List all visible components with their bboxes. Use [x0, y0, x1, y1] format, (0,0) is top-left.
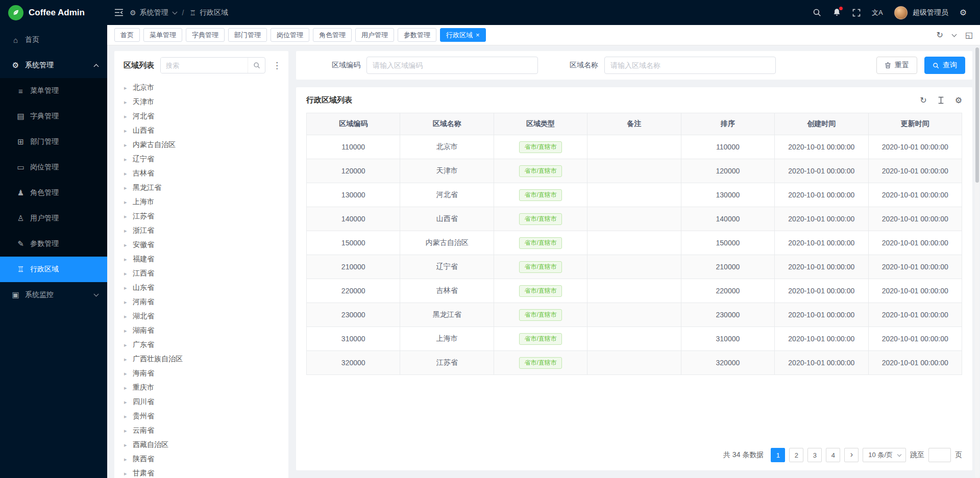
caret-right-icon[interactable]: ▸: [124, 313, 128, 320]
tree-item[interactable]: ▸ 北京市: [114, 81, 288, 95]
tree-item[interactable]: ▸ 云南省: [114, 423, 288, 438]
table-row[interactable]: 140000 山西省 省市/直辖市 140000 2020-10-01 00:0…: [307, 207, 962, 231]
tree-item[interactable]: ▸ 广西壮族自治区: [114, 352, 288, 366]
sidebar-item-monitor[interactable]: ▣ 系统监控: [0, 282, 107, 308]
sidebar-submenu-item[interactable]: ≡ 菜单管理: [0, 78, 107, 104]
tree-item[interactable]: ▸ 浙江省: [114, 223, 288, 238]
caret-right-icon[interactable]: ▸: [124, 85, 128, 91]
table-row[interactable]: 120000 天津市 省市/直辖市 120000 2020-10-01 00:0…: [307, 159, 962, 183]
tree-item[interactable]: ▸ 山东省: [114, 281, 288, 295]
refresh-icon[interactable]: ↻: [920, 96, 926, 105]
tab[interactable]: 用户管理 ×: [355, 28, 394, 42]
breadcrumb-root[interactable]: 系统管理: [140, 8, 168, 17]
app-logo[interactable]: Coffee Admin: [0, 0, 107, 25]
sidebar-submenu-item[interactable]: ♟ 角色管理: [0, 180, 107, 206]
sidebar-item-home[interactable]: ⌂ 首页: [0, 27, 107, 53]
caret-right-icon[interactable]: ▸: [124, 299, 128, 306]
tab[interactable]: 角色管理 ×: [313, 28, 352, 42]
tree-item[interactable]: ▸ 福建省: [114, 252, 288, 266]
row-height-icon[interactable]: [937, 96, 945, 104]
page-number-button[interactable]: 4: [826, 448, 840, 462]
tree-item[interactable]: ▸ 湖南省: [114, 323, 288, 338]
caret-right-icon[interactable]: ▸: [124, 270, 128, 277]
page-number-button[interactable]: 3: [807, 448, 822, 462]
tab[interactable]: 部门管理 ×: [228, 28, 267, 42]
sidebar-submenu-item[interactable]: ⊞ 部门管理: [0, 129, 107, 155]
layout-icon[interactable]: ◱: [965, 31, 973, 39]
table-row[interactable]: 320000 江苏省 省市/直辖市 320000 2020-10-01 00:0…: [307, 351, 962, 375]
table-row[interactable]: 310000 上海市 省市/直辖市 310000 2020-10-01 00:0…: [307, 327, 962, 351]
next-page-button[interactable]: ›: [844, 448, 859, 462]
notification-bell-icon[interactable]: [832, 8, 841, 17]
caret-right-icon[interactable]: ▸: [124, 470, 128, 477]
caret-right-icon[interactable]: ▸: [124, 385, 128, 391]
tree-search-icon[interactable]: [248, 58, 265, 73]
sidebar-submenu-item[interactable]: ▭ 岗位管理: [0, 155, 107, 180]
tree-item[interactable]: ▸ 海南省: [114, 366, 288, 381]
caret-right-icon[interactable]: ▸: [124, 142, 128, 148]
sidebar-submenu-item[interactable]: ♖ 行政区域: [0, 257, 107, 282]
tab[interactable]: 岗位管理 ×: [271, 28, 309, 42]
tree-item[interactable]: ▸ 安徽省: [114, 238, 288, 252]
caret-right-icon[interactable]: ▸: [124, 328, 128, 334]
caret-right-icon[interactable]: ▸: [124, 356, 128, 363]
reset-button[interactable]: 重置: [876, 57, 917, 74]
avatar[interactable]: [894, 6, 908, 19]
sidebar-submenu-item[interactable]: ✎ 参数管理: [0, 231, 107, 257]
tree-search-input[interactable]: [161, 58, 248, 73]
tree-item[interactable]: ▸ 辽宁省: [114, 152, 288, 166]
tab[interactable]: 菜单管理 ×: [143, 28, 182, 42]
tab[interactable]: 首页 ×: [114, 28, 140, 42]
caret-right-icon[interactable]: ▸: [124, 442, 128, 448]
table-row[interactable]: 150000 内蒙古自治区 省市/直辖市 150000 2020-10-01 0…: [307, 231, 962, 255]
caret-right-icon[interactable]: ▸: [124, 185, 128, 191]
caret-right-icon[interactable]: ▸: [124, 399, 128, 406]
tree-item[interactable]: ▸ 陕西省: [114, 452, 288, 466]
tree-item[interactable]: ▸ 西藏自治区: [114, 438, 288, 452]
caret-right-icon[interactable]: ▸: [124, 99, 128, 106]
sidebar-submenu-item[interactable]: ♙ 用户管理: [0, 206, 107, 231]
fullscreen-icon[interactable]: [852, 9, 861, 17]
scrollbar-track[interactable]: [975, 46, 979, 478]
caret-right-icon[interactable]: ▸: [124, 427, 128, 434]
scrollbar-thumb[interactable]: [975, 47, 979, 183]
table-row[interactable]: 210000 辽宁省 省市/直辖市 210000 2020-10-01 00:0…: [307, 255, 962, 279]
tree-item[interactable]: ▸ 河北省: [114, 109, 288, 123]
caret-right-icon[interactable]: ▸: [124, 170, 128, 177]
tab[interactable]: 参数管理 ×: [398, 28, 436, 42]
tree-item[interactable]: ▸ 上海市: [114, 195, 288, 209]
username[interactable]: 超级管理员: [913, 8, 948, 17]
tree-item[interactable]: ▸ 江西省: [114, 266, 288, 281]
tree-item[interactable]: ▸ 重庆市: [114, 381, 288, 395]
page-number-button[interactable]: 2: [789, 448, 803, 462]
page-size-select[interactable]: 10 条/页: [863, 448, 906, 462]
tab[interactable]: 字典管理 ×: [186, 28, 225, 42]
sidebar-item-system[interactable]: ⚙ 系统管理: [0, 53, 107, 78]
search-button[interactable]: 查询: [924, 57, 965, 74]
caret-right-icon[interactable]: ▸: [124, 456, 128, 463]
tree-item[interactable]: ▸ 山西省: [114, 123, 288, 138]
tree-item[interactable]: ▸ 内蒙古自治区: [114, 138, 288, 152]
refresh-icon[interactable]: ↻: [936, 31, 943, 39]
table-row[interactable]: 110000 北京市 省市/直辖市 110000 2020-10-01 00:0…: [307, 135, 962, 159]
tree-item[interactable]: ▸ 四川省: [114, 395, 288, 409]
tree-item[interactable]: ▸ 广东省: [114, 338, 288, 352]
caret-right-icon[interactable]: ▸: [124, 242, 128, 248]
tree-item[interactable]: ▸ 河南省: [114, 295, 288, 309]
close-icon[interactable]: ×: [476, 32, 480, 38]
table-row[interactable]: 220000 吉林省 省市/直辖市 220000 2020-10-01 00:0…: [307, 279, 962, 303]
region-name-input[interactable]: [604, 57, 776, 74]
caret-right-icon[interactable]: ▸: [124, 156, 128, 163]
caret-right-icon[interactable]: ▸: [124, 413, 128, 420]
tree-item[interactable]: ▸ 黑龙江省: [114, 181, 288, 195]
table-row[interactable]: 130000 河北省 省市/直辖市 130000 2020-10-01 00:0…: [307, 183, 962, 207]
search-icon[interactable]: [813, 8, 821, 17]
tree-item[interactable]: ▸ 贵州省: [114, 409, 288, 423]
settings-gear-icon[interactable]: ⚙: [960, 9, 967, 17]
caret-right-icon[interactable]: ▸: [124, 213, 128, 220]
chevron-down-icon[interactable]: [951, 32, 957, 37]
caret-right-icon[interactable]: ▸: [124, 256, 128, 263]
region-code-input[interactable]: [366, 57, 538, 74]
page-number-button[interactable]: 1: [771, 448, 785, 462]
column-settings-gear-icon[interactable]: ⚙: [955, 96, 962, 105]
